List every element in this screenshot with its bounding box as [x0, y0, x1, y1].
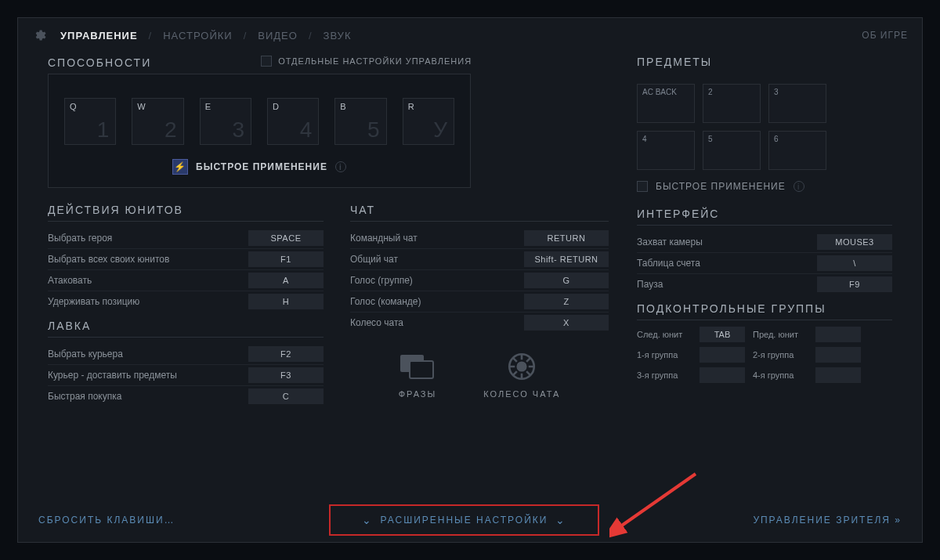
item-slot-3[interactable]: 3	[768, 84, 826, 123]
keybind-value[interactable]: Z	[524, 294, 609, 309]
groups-title: ПОДКОНТРОЛЬНЫЕ ГРУППЫ	[637, 302, 892, 320]
keybind-value[interactable]: H	[248, 294, 324, 309]
ability-slot-1[interactable]: Q1	[64, 98, 116, 145]
reset-keys-link[interactable]: СБРОСИТЬ КЛАВИШИ…	[38, 515, 175, 526]
tab-controls[interactable]: УПРАВЛЕНИЕ	[60, 30, 138, 42]
abilities-box: Q1 W2 E3 D4 B5 RУ ⚡ БЫСТРОЕ ПРИМЕНЕНИЕ i	[48, 74, 471, 188]
items-grid: AC BACK23456	[637, 84, 892, 170]
chat-title: ЧАТ	[350, 204, 609, 222]
ability-slot-3[interactable]: E3	[200, 98, 251, 145]
item-slot-1[interactable]: AC BACK	[637, 84, 695, 123]
keybind-value[interactable]: MOUSE3	[817, 234, 892, 250]
keybind-row: ПаузаF9	[637, 274, 892, 294]
chat-wheel-icon	[503, 350, 540, 383]
ability-slot-5[interactable]: B5	[334, 98, 386, 145]
items-quickcast[interactable]: БЫСТРОЕ ПРИМЕНЕНИЕ i	[637, 181, 892, 192]
group-2-key[interactable]	[815, 347, 861, 363]
keybind-row: Колесо чатаX	[350, 313, 609, 333]
ability-slot-4[interactable]: D4	[267, 98, 319, 145]
checkbox-icon	[261, 56, 272, 67]
topbar: УПРАВЛЕНИЕ / НАСТРОЙКИ / ВИДЕО / ЗВУК ОБ…	[18, 18, 922, 52]
interface-list: Захват камерыMOUSE3Таблица счета\ПаузаF9	[637, 232, 892, 294]
item-slot-5[interactable]: 5	[703, 131, 761, 170]
keybind-row: Командный чатRETURN	[350, 228, 609, 249]
keybind-row: Выбрать всех своих юнитовF1	[48, 249, 324, 270]
ability-slot-6[interactable]: RУ	[403, 98, 454, 145]
keybind-value[interactable]: F3	[248, 367, 324, 383]
unit-actions-list: Выбрать герояSPACEВыбрать всех своих юни…	[48, 228, 324, 312]
shop-list: Выбрать курьераF2Курьер - доставить пред…	[48, 344, 324, 406]
svg-rect-1	[410, 361, 433, 378]
keybind-row: Голос (команде)Z	[350, 291, 609, 313]
keybind-value[interactable]: Shift- RETURN	[524, 251, 609, 267]
keybind-row: Удерживать позициюH	[48, 291, 324, 312]
keybind-row: Таблица счета\	[637, 253, 892, 274]
abilities-title: СПОСОБНОСТИ	[48, 56, 151, 74]
unit-actions-title: ДЕЙСТВИЯ ЮНИТОВ	[48, 204, 324, 222]
bottom-bar: СБРОСИТЬ КЛАВИШИ… ⌄ РАСШИРЕННЫЕ НАСТРОЙК…	[18, 498, 922, 542]
tab-settings[interactable]: НАСТРОЙКИ	[163, 30, 232, 42]
separate-controls-checkbox[interactable]: ОТДЕЛЬНЫЕ НАСТРОЙКИ УПРАВЛЕНИЯ	[261, 56, 472, 67]
item-slot-4[interactable]: 4	[637, 131, 695, 170]
keybind-value[interactable]: G	[524, 273, 609, 288]
nav-tabs: УПРАВЛЕНИЕ / НАСТРОЙКИ / ВИДЕО / ЗВУК	[60, 30, 351, 42]
keybind-row: Выбрать герояSPACE	[48, 228, 324, 249]
next-unit-key[interactable]: TAB	[700, 327, 745, 342]
phrases-icon	[399, 350, 436, 383]
item-slot-6[interactable]: 6	[768, 131, 826, 170]
chat-wheel-button[interactable]: КОЛЕСО ЧАТА	[483, 350, 560, 399]
info-icon: i	[794, 181, 804, 192]
keybind-row: Быстрая покупкаC	[48, 386, 324, 406]
tab-audio[interactable]: ЗВУК	[324, 30, 352, 42]
keybind-value[interactable]: A	[248, 273, 324, 288]
shop-title: ЛАВКА	[48, 320, 324, 338]
chevron-down-icon: ⌄	[555, 514, 566, 526]
item-slot-2[interactable]: 2	[703, 84, 761, 123]
tab-video[interactable]: ВИДЕО	[258, 30, 298, 42]
ability-slot-2[interactable]: W2	[132, 98, 183, 145]
checkbox-icon	[637, 181, 648, 192]
keybind-value[interactable]: C	[248, 388, 324, 404]
svg-point-3	[518, 363, 526, 371]
prev-unit-key[interactable]	[815, 327, 861, 342]
keybind-value[interactable]: SPACE	[248, 230, 324, 246]
keybind-row: Захват камерыMOUSE3	[637, 232, 892, 253]
group-4-key[interactable]	[815, 367, 861, 383]
keybind-row: Общий чатShift- RETURN	[350, 249, 609, 270]
abilities-quickcast[interactable]: ⚡ БЫСТРОЕ ПРИМЕНЕНИЕ i	[64, 159, 454, 175]
chat-list: Командный чатRETURNОбщий чатShift- RETUR…	[350, 228, 609, 333]
group-1-key[interactable]	[700, 347, 745, 363]
items-title: ПРЕДМЕТЫ	[637, 56, 892, 73]
keybind-value[interactable]: F1	[248, 251, 324, 267]
keybind-value[interactable]: F9	[817, 276, 892, 292]
control-groups: След. юнит TAB Пред. юнит 1-я группа 2-я…	[637, 327, 892, 383]
settings-panel: УПРАВЛЕНИЕ / НАСТРОЙКИ / ВИДЕО / ЗВУК ОБ…	[17, 17, 923, 543]
keybind-value[interactable]: RETURN	[524, 230, 609, 246]
keybind-value[interactable]: F2	[248, 346, 324, 362]
keybind-row: Курьер - доставить предметыF3	[48, 365, 324, 386]
group-3-key[interactable]	[700, 367, 745, 383]
advanced-settings-button[interactable]: ⌄ РАСШИРЕННЫЕ НАСТРОЙКИ ⌄	[329, 504, 600, 536]
keybind-row: Выбрать курьераF2	[48, 344, 324, 365]
keybind-row: АтаковатьA	[48, 270, 324, 291]
phrases-button[interactable]: ФРАЗЫ	[399, 350, 437, 399]
keybind-row: Голос (группе)G	[350, 270, 609, 291]
interface-title: ИНТЕРФЕЙС	[637, 208, 892, 226]
spectator-controls-link[interactable]: УПРАВЛЕНИЕ ЗРИТЕЛЯ »	[753, 515, 902, 526]
keybind-value[interactable]: X	[524, 315, 609, 331]
gear-icon	[32, 28, 46, 42]
info-icon: i	[335, 161, 346, 172]
chevron-down-icon: ⌄	[362, 514, 373, 526]
quickcast-icon: ⚡	[172, 159, 188, 175]
about-link[interactable]: ОБ ИГРЕ	[862, 30, 908, 41]
keybind-value[interactable]: \	[817, 255, 892, 271]
